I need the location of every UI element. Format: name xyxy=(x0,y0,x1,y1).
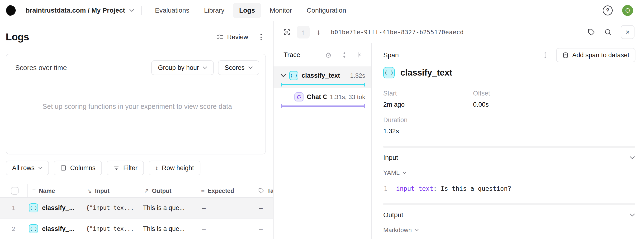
expand-vertical-icon[interactable] xyxy=(542,52,548,58)
timer-icon[interactable] xyxy=(325,51,332,58)
breadcrumb-label: braintrustdata.com / My Project xyxy=(26,7,125,14)
chevron-down-icon[interactable] xyxy=(281,74,286,77)
span-panel-header: Span Add span to dataset xyxy=(372,43,644,67)
trace-span-duration: 1.32s xyxy=(350,72,365,79)
table-row[interactable]: 2 ( ) classify_... {"input_tex... This i… xyxy=(0,218,273,239)
previous-row-button[interactable]: ↑ xyxy=(297,26,310,38)
search-icon[interactable] xyxy=(604,28,612,36)
field-value: 1.32s xyxy=(383,128,635,135)
field-label: Start xyxy=(383,90,473,97)
nav-item-logs[interactable]: Logs xyxy=(233,3,261,18)
table-row[interactable]: 1 ( ) classify_... {"input_tex... This i… xyxy=(0,198,273,218)
row-height-label: Row height xyxy=(162,164,194,172)
group-by-label: Group by hour xyxy=(158,64,199,72)
collapse-panel-left-icon[interactable] xyxy=(357,51,364,58)
column-header-expected[interactable]: = Expected xyxy=(196,184,253,197)
detail-header: ↑ ↓ b01be71e-9fff-41be-8327-b255170eaecd… xyxy=(274,22,644,43)
filter-button[interactable]: Filter xyxy=(106,160,144,175)
chevron-down-icon xyxy=(130,9,134,12)
output-format-select[interactable]: Markdown xyxy=(383,226,419,234)
row-name: classify_... xyxy=(42,225,74,232)
collapse-vertical-icon[interactable] xyxy=(341,51,348,58)
table-toolbar: All rows Columns Filter ↕ Row height xyxy=(6,160,273,175)
filter-icon xyxy=(113,165,120,171)
output-format-label: Markdown xyxy=(383,226,412,234)
row-height-icon: ↕ xyxy=(155,164,158,172)
column-header-output[interactable]: ↗ Output xyxy=(139,184,196,197)
primary-nav: Evaluations Library Logs Monitor Configu… xyxy=(149,3,352,18)
trace-span-chat-completion[interactable]: Chat Co... 1.31s, 33 tok xyxy=(274,88,372,110)
span-fields: Start 2m ago Offset 0.00s Duration 1.32s xyxy=(383,90,635,135)
review-button[interactable]: Review xyxy=(216,34,248,41)
all-rows-select[interactable]: All rows xyxy=(6,160,49,175)
trace-span-duration: 1.31s, 33 tok xyxy=(330,93,365,101)
input-section-header[interactable]: Input xyxy=(383,154,635,162)
logs-pane: Logs Review Scores over time Group by ho… xyxy=(0,22,274,239)
detail-header-left: ↑ ↓ b01be71e-9fff-41be-8327-b255170eaecd xyxy=(283,26,464,38)
span-name: classify_text xyxy=(400,68,452,78)
trace-panel-header: Trace xyxy=(274,43,372,67)
row-name: classify_... xyxy=(42,204,74,212)
column-header-input-label: Input xyxy=(95,188,110,194)
nav-item-library[interactable]: Library xyxy=(198,3,230,18)
scores-metric-select[interactable]: Scores xyxy=(218,60,259,75)
nav-item-configuration[interactable]: Configuration xyxy=(300,3,352,18)
head-actions: Review xyxy=(216,32,263,42)
row-tags-cell: – xyxy=(253,225,273,232)
chat-bubble-icon xyxy=(294,92,304,102)
field-offset: Offset 0.00s xyxy=(473,90,635,108)
trace-span-name: classify_text xyxy=(302,72,340,79)
span-panel-title: Span xyxy=(383,51,399,59)
row-name-cell: ( ) classify_... xyxy=(27,224,82,233)
close-icon[interactable]: × xyxy=(621,25,634,39)
yaml-code-line: 1 input_text: Is this a question? xyxy=(383,185,635,192)
scores-empty-message: Set up scoring functions in your experim… xyxy=(15,103,259,110)
row-tags-cell: – xyxy=(253,204,273,212)
trace-span-classify-text[interactable]: ( ) classify_text 1.32s xyxy=(274,67,372,88)
output-section-title: Output xyxy=(383,211,403,219)
row-name-cell: ( ) classify_... xyxy=(27,203,82,212)
logs-table: ≡ Name ↘ Input ↗ Output = Expected xyxy=(0,184,273,239)
function-span-icon: ( ) xyxy=(29,203,38,212)
column-header-name[interactable]: ≡ Name xyxy=(27,184,82,197)
columns-icon xyxy=(60,165,67,171)
output-section-header[interactable]: Output xyxy=(383,211,635,219)
nav-item-monitor[interactable]: Monitor xyxy=(264,3,298,18)
avatar[interactable]: O xyxy=(622,5,633,16)
tag-icon[interactable] xyxy=(588,28,595,36)
database-icon xyxy=(562,52,569,58)
input-format-select[interactable]: YAML xyxy=(383,169,406,176)
select-all-checkbox[interactable] xyxy=(11,187,18,194)
row-expected-cell: – xyxy=(196,225,253,232)
row-height-button[interactable]: ↕ Row height xyxy=(149,160,200,175)
columns-button[interactable]: Columns xyxy=(54,160,102,175)
input-section-title: Input xyxy=(383,154,398,162)
add-span-label: Add span to dataset xyxy=(572,52,629,59)
braintrust-logo-icon xyxy=(6,5,16,16)
function-span-icon: ( ) xyxy=(289,71,298,80)
trace-detail-pane: ↑ ↓ b01be71e-9fff-41be-8327-b255170eaecd… xyxy=(274,22,644,239)
expand-fullscreen-icon[interactable] xyxy=(283,28,291,36)
breadcrumb[interactable]: braintrustdata.com / My Project xyxy=(26,7,134,14)
list-icon: ≡ xyxy=(32,188,36,194)
arrow-up-right-icon: ↗ xyxy=(144,188,149,194)
trace-tree-panel: Trace xyxy=(274,43,372,239)
nav-item-evaluations[interactable]: Evaluations xyxy=(149,3,196,18)
detail-body: Trace xyxy=(274,43,644,239)
group-by-select[interactable]: Group by hour xyxy=(151,60,214,75)
kebab-menu-icon[interactable] xyxy=(259,32,263,42)
span-detail-panel: Span Add span to dataset xyxy=(372,43,644,239)
page-title: Logs xyxy=(6,31,29,43)
trace-id: b01be71e-9fff-41be-8327-b255170eaecd xyxy=(331,29,464,36)
row-expected-cell: – xyxy=(196,204,253,212)
content: Logs Review Scores over time Group by ho… xyxy=(0,22,644,239)
add-span-to-dataset-button[interactable]: Add span to dataset xyxy=(556,48,636,62)
next-row-button[interactable]: ↓ xyxy=(317,28,320,36)
column-header-input[interactable]: ↘ Input xyxy=(82,184,139,197)
column-header-tags[interactable]: Tags xyxy=(253,184,273,197)
help-icon[interactable]: ? xyxy=(603,6,613,16)
row-index: 2 xyxy=(0,226,27,232)
nav-divider xyxy=(141,6,142,15)
code-content: input_text: Is this a question? xyxy=(396,185,511,192)
trace-header-icons xyxy=(325,51,364,58)
